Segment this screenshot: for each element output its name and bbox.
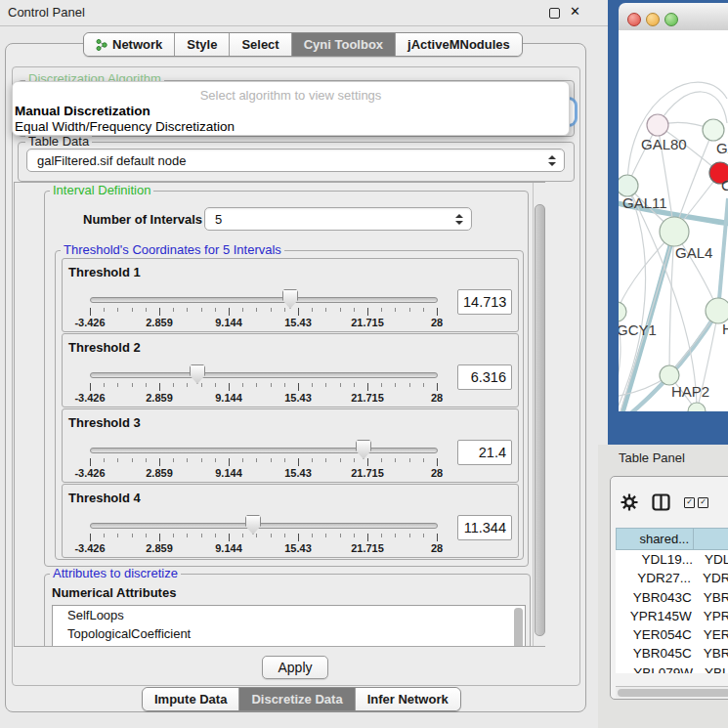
- tab-discretize-data[interactable]: Discretize Data: [239, 688, 355, 710]
- gear-icon[interactable]: [621, 493, 638, 511]
- table-toolbar: ✓ ✓: [621, 492, 708, 512]
- float-window-icon[interactable]: [549, 8, 560, 19]
- settings-scrollbar[interactable]: [533, 183, 545, 646]
- threshold-2-slider-track[interactable]: [90, 372, 438, 378]
- column-header-shared-name[interactable]: shared...: [616, 528, 694, 550]
- tab-label: Network: [112, 37, 162, 52]
- column-header-name[interactable]: na: [694, 528, 728, 550]
- tick-label: 2.859: [146, 392, 173, 404]
- attributes-group-title: Attributes to discretize: [50, 567, 181, 580]
- threshold-1-tick-scale: -3.426 2.859 9.144 15.43 21.715 28: [90, 308, 438, 331]
- tab-select[interactable]: Select: [230, 33, 291, 56]
- threshold-4-slider-track[interactable]: [90, 523, 438, 529]
- threshold-3-value-field[interactable]: [457, 440, 512, 465]
- tab-jactivemnodules[interactable]: jActiveMNodules: [396, 33, 522, 56]
- num-intervals-combobox[interactable]: 5: [204, 207, 472, 231]
- network-canvas[interactable]: GAL80 GA C GAL11 GAL4 GCY1 H HAP2: [619, 30, 728, 411]
- node-label: HAP2: [671, 383, 709, 400]
- list-item[interactable]: SelfLoops: [53, 606, 525, 624]
- node-gal11[interactable]: [619, 175, 638, 196]
- cyni-mode-tabs: Impute Data Discretize Data Infer Networ…: [142, 687, 461, 711]
- tab-network[interactable]: Network: [84, 33, 175, 56]
- threshold-1-box: Threshold 1 -3.426 2.859 9.144 15.43 21.…: [62, 258, 519, 332]
- network-window-titlebar[interactable]: [619, 3, 728, 31]
- list-item[interactable]: TopologicalCoefficient: [53, 624, 525, 643]
- table-row[interactable]: YPR145WYPR1: [616, 607, 728, 625]
- table-row[interactable]: YBR043CYBR0: [616, 588, 728, 607]
- table-row[interactable]: YBL079WYBL0: [616, 664, 728, 673]
- apply-button[interactable]: Apply: [262, 656, 328, 679]
- scrollbar-thumb[interactable]: [535, 204, 545, 636]
- threshold-3-slider-track[interactable]: [90, 448, 438, 453]
- tick-label: 15.43: [284, 542, 312, 554]
- node-partial[interactable]: [688, 403, 706, 411]
- node-label: GAL80: [641, 136, 687, 152]
- table-row[interactable]: YDR27...YDR2: [616, 569, 728, 587]
- num-intervals-label: Number of Intervals: [83, 212, 202, 227]
- tab-style[interactable]: Style: [175, 33, 230, 56]
- table-row[interactable]: YBR045CYBR0: [616, 644, 728, 663]
- threshold-2-slider-thumb[interactable]: [190, 364, 205, 384]
- tick-label: -3.426: [74, 392, 105, 404]
- close-icon[interactable]: ✕: [570, 4, 580, 19]
- thresholds-group-title: Threshold's Coordinates for 5 Intervals: [61, 243, 284, 257]
- zoom-traffic-light-icon[interactable]: [664, 13, 678, 26]
- threshold-4-value-field[interactable]: [457, 515, 512, 540]
- tick-label: 28: [431, 467, 443, 479]
- tab-label: Select: [241, 37, 278, 52]
- minimize-traffic-light-icon[interactable]: [646, 13, 660, 26]
- num-intervals-value: 5: [205, 212, 455, 227]
- tab-infer-network[interactable]: Infer Network: [356, 688, 460, 710]
- tick-label: 15.43: [284, 317, 312, 328]
- threshold-4-label: Threshold 4: [68, 491, 141, 505]
- tab-impute-data[interactable]: Impute Data: [143, 688, 239, 710]
- threshold-2-tick-scale: -3.426 2.859 9.144 15.43 21.715 28: [90, 383, 438, 407]
- algorithm-dropdown-popup: Select algorithm to view settings Manual…: [12, 81, 570, 136]
- node-ga[interactable]: [703, 119, 724, 141]
- table-horizontal-scrollbar[interactable]: [616, 686, 728, 698]
- threshold-3-slider-thumb[interactable]: [356, 440, 371, 459]
- node-label: GAL4: [675, 244, 712, 261]
- tick-label: 15.43: [284, 392, 312, 404]
- combo-arrows-icon: [548, 155, 556, 166]
- tick-label: 2.859: [146, 542, 173, 554]
- node-hap2[interactable]: [660, 365, 679, 385]
- table-row[interactable]: YDL19...YDL1: [616, 550, 728, 569]
- tick-label: 21.715: [351, 392, 384, 404]
- threshold-1-value-field[interactable]: [457, 289, 512, 315]
- dropdown-hint: Select algorithm to view settings: [13, 88, 569, 103]
- threshold-2-value-field[interactable]: [457, 364, 512, 390]
- dropdown-option-manual[interactable]: Manual Discretization: [15, 104, 150, 118]
- scrollbar-thumb[interactable]: [618, 689, 728, 697]
- dropdown-option-equal-width[interactable]: Equal Width/Frequency Discretization: [15, 119, 235, 134]
- split-view-icon[interactable]: [652, 493, 670, 511]
- tick-label: 9.144: [215, 542, 242, 554]
- table-panel-title: Table Panel: [619, 450, 685, 465]
- tick-label: 28: [431, 317, 443, 328]
- table-data-combobox[interactable]: galFiltered.sif default node: [26, 149, 565, 172]
- node-gcy1[interactable]: [619, 302, 626, 321]
- network-icon: [96, 38, 107, 52]
- node-gal4[interactable]: [660, 217, 689, 246]
- table-rows: YDL19...YDL1 YDR27...YDR2 YBR043CYBR0 YP…: [616, 550, 728, 673]
- tick-label: 15.43: [284, 467, 312, 479]
- panel-title: Control Panel: [8, 5, 85, 20]
- tab-label: Impute Data: [154, 692, 227, 707]
- table-row[interactable]: YER054CYER0: [616, 625, 728, 644]
- network-graph: GAL80 GA C GAL11 GAL4 GCY1 H HAP2: [619, 30, 728, 411]
- table-panel: ✓ ✓ shared... na YDL19...YDL1 YDR27...YD…: [610, 476, 728, 700]
- threshold-1-slider-track[interactable]: [90, 297, 438, 303]
- numerical-attributes-list: SelfLoops TopologicalCoefficient Between…: [52, 605, 526, 647]
- threshold-1-slider-thumb[interactable]: [282, 289, 298, 309]
- node-gal80[interactable]: [647, 114, 668, 136]
- list-scrollbar[interactable]: [514, 608, 523, 647]
- checked-checkbox-icon[interactable]: ✓: [684, 497, 695, 508]
- tick-label: 28: [431, 392, 443, 404]
- tick-label: 2.859: [146, 467, 173, 479]
- threshold-4-box: Threshold 4 -3.426 2.859 9.144 15.43 21.…: [62, 484, 519, 558]
- checked-checkbox-icon[interactable]: ✓: [698, 497, 708, 508]
- list-item[interactable]: BetweennessCentrality: [53, 643, 525, 647]
- threshold-4-slider-thumb[interactable]: [245, 515, 261, 535]
- close-traffic-light-icon[interactable]: [627, 13, 641, 26]
- tab-cyni-toolbox[interactable]: Cyni Toolbox: [292, 33, 396, 56]
